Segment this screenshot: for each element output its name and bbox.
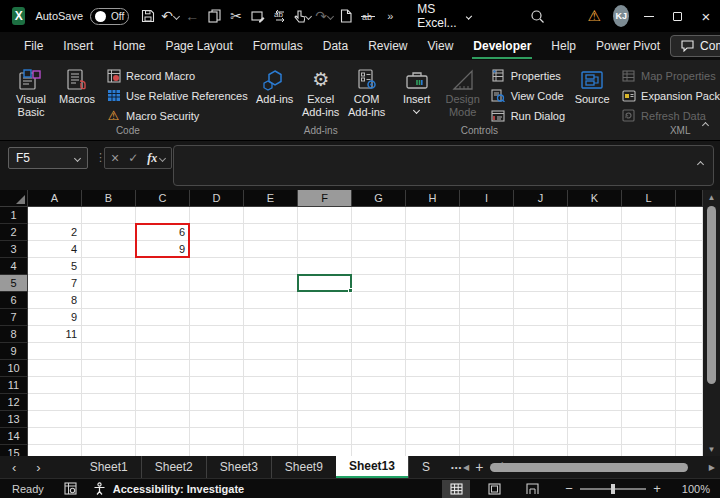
cell-d14[interactable] bbox=[190, 428, 244, 445]
cell-e10[interactable] bbox=[244, 360, 298, 377]
cell-h12[interactable] bbox=[406, 394, 460, 411]
addins-button[interactable]: Add-ins bbox=[252, 65, 298, 106]
sheet-tab-s[interactable]: S bbox=[408, 456, 443, 478]
formula-input[interactable] bbox=[173, 145, 714, 186]
cell-f1[interactable] bbox=[298, 207, 352, 224]
cell-c4[interactable] bbox=[136, 258, 190, 275]
scroll-left-icon[interactable]: ◀ bbox=[463, 463, 469, 472]
scroll-right-icon[interactable]: ▶ bbox=[709, 463, 715, 472]
cell-g4[interactable] bbox=[352, 258, 406, 275]
cell-partial-10[interactable] bbox=[676, 360, 703, 377]
accessibility-status[interactable]: Accessibility: Investigate bbox=[113, 483, 244, 495]
cell-c7[interactable] bbox=[136, 309, 190, 326]
visual-basic-button[interactable]: Visual Basic bbox=[8, 65, 54, 118]
cell-i6[interactable] bbox=[460, 292, 514, 309]
cell-b13[interactable] bbox=[82, 411, 136, 428]
row-header-1[interactable]: 1 bbox=[0, 207, 28, 224]
zoom-level[interactable]: 100% bbox=[676, 483, 710, 495]
source-button[interactable]: Source bbox=[569, 65, 615, 106]
cell-i8[interactable] bbox=[460, 326, 514, 343]
cell-partial-9[interactable] bbox=[676, 343, 703, 360]
cell-partial-8[interactable] bbox=[676, 326, 703, 343]
cell-d7[interactable] bbox=[190, 309, 244, 326]
cell-b9[interactable] bbox=[82, 343, 136, 360]
cell-b8[interactable] bbox=[82, 326, 136, 343]
cell-g10[interactable] bbox=[352, 360, 406, 377]
touch-mouse-mode-icon[interactable] bbox=[291, 4, 313, 28]
cell-f15[interactable] bbox=[298, 445, 352, 456]
menu-tab-view[interactable]: View bbox=[418, 34, 464, 58]
cell-f7[interactable] bbox=[298, 309, 352, 326]
cell-h11[interactable] bbox=[406, 377, 460, 394]
column-header-j[interactable]: J bbox=[514, 190, 568, 207]
cell-a2[interactable]: 2 bbox=[28, 224, 82, 241]
cell-f13[interactable] bbox=[298, 411, 352, 428]
cell-a1[interactable] bbox=[28, 207, 82, 224]
cut-icon[interactable]: ✂ bbox=[225, 4, 247, 28]
vertical-scrollbar-thumb[interactable] bbox=[707, 206, 716, 384]
excel-addins-button[interactable]: ⚙ Excel Add-ins bbox=[298, 65, 344, 118]
cell-k7[interactable] bbox=[568, 309, 622, 326]
cell-d10[interactable] bbox=[190, 360, 244, 377]
menu-tab-page-layout[interactable]: Page Layout bbox=[155, 34, 242, 58]
collapse-formula-bar-button[interactable] bbox=[698, 153, 703, 171]
cell-c8[interactable] bbox=[136, 326, 190, 343]
cell-c1[interactable] bbox=[136, 207, 190, 224]
com-addins-button[interactable]: COM Add-ins bbox=[344, 65, 390, 118]
cell-l3[interactable] bbox=[622, 241, 676, 258]
cell-h1[interactable] bbox=[406, 207, 460, 224]
copy-icon[interactable] bbox=[203, 4, 225, 28]
cell-d3[interactable] bbox=[190, 241, 244, 258]
cell-l2[interactable] bbox=[622, 224, 676, 241]
page-layout-view-button[interactable] bbox=[480, 480, 508, 498]
cell-j6[interactable] bbox=[514, 292, 568, 309]
row-header-12[interactable]: 12 bbox=[0, 394, 28, 411]
cell-h2[interactable] bbox=[406, 224, 460, 241]
cell-i13[interactable] bbox=[460, 411, 514, 428]
cell-l9[interactable] bbox=[622, 343, 676, 360]
cell-b3[interactable] bbox=[82, 241, 136, 258]
cell-j12[interactable] bbox=[514, 394, 568, 411]
cell-k15[interactable] bbox=[568, 445, 622, 456]
cell-f3[interactable] bbox=[298, 241, 352, 258]
cell-j5[interactable] bbox=[514, 275, 568, 292]
comments-button[interactable]: Comments bbox=[670, 35, 720, 57]
cell-d9[interactable] bbox=[190, 343, 244, 360]
row-header-6[interactable]: 6 bbox=[0, 292, 28, 309]
column-header-a[interactable]: A bbox=[28, 190, 82, 207]
cell-b10[interactable] bbox=[82, 360, 136, 377]
cell-k3[interactable] bbox=[568, 241, 622, 258]
cell-k9[interactable] bbox=[568, 343, 622, 360]
cell-d13[interactable] bbox=[190, 411, 244, 428]
cell-c10[interactable] bbox=[136, 360, 190, 377]
new-file-icon[interactable] bbox=[335, 4, 357, 28]
cell-k8[interactable] bbox=[568, 326, 622, 343]
cell-g9[interactable] bbox=[352, 343, 406, 360]
sheet-tab-sheet1[interactable]: Sheet1 bbox=[77, 456, 141, 478]
menu-tab-home[interactable]: Home bbox=[103, 34, 155, 58]
cell-b5[interactable] bbox=[82, 275, 136, 292]
cell-g8[interactable] bbox=[352, 326, 406, 343]
sheet-tab-sheet9[interactable]: Sheet9 bbox=[271, 456, 336, 478]
macro-record-status-icon[interactable] bbox=[64, 482, 77, 495]
sheet-tab-sheet3[interactable]: Sheet3 bbox=[206, 456, 271, 478]
cell-partial-14[interactable] bbox=[676, 428, 703, 445]
column-header-l[interactable]: L bbox=[622, 190, 676, 207]
cell-f11[interactable] bbox=[298, 377, 352, 394]
cell-partial-3[interactable] bbox=[676, 241, 703, 258]
cell-d12[interactable] bbox=[190, 394, 244, 411]
cell-g5[interactable] bbox=[352, 275, 406, 292]
cell-l1[interactable] bbox=[622, 207, 676, 224]
cell-g7[interactable] bbox=[352, 309, 406, 326]
cell-h3[interactable] bbox=[406, 241, 460, 258]
column-header-c[interactable]: C bbox=[136, 190, 190, 207]
cell-d15[interactable] bbox=[190, 445, 244, 456]
sheet-tab-sheet13[interactable]: Sheet13 bbox=[336, 456, 408, 478]
cell-e7[interactable] bbox=[244, 309, 298, 326]
cell-a10[interactable] bbox=[28, 360, 82, 377]
cell-i7[interactable] bbox=[460, 309, 514, 326]
cell-k5[interactable] bbox=[568, 275, 622, 292]
cell-j3[interactable] bbox=[514, 241, 568, 258]
row-header-4[interactable]: 4 bbox=[0, 258, 28, 275]
cell-partial-13[interactable] bbox=[676, 411, 703, 428]
